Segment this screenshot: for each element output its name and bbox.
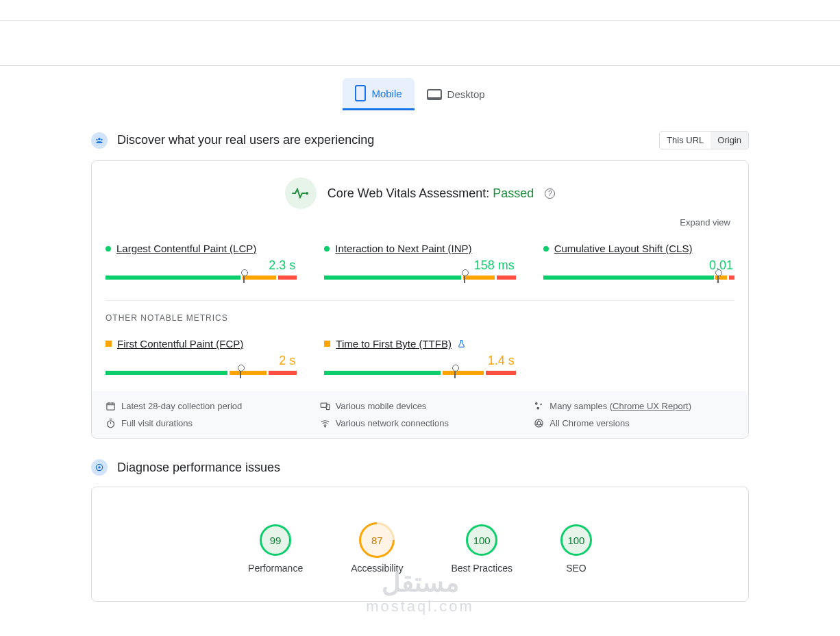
distribution-bar (106, 276, 297, 280)
core-metrics-grid: Largest Contentful Paint (LCP) 2.3 s Int… (106, 243, 734, 280)
gauge-ring: 99 (260, 524, 291, 556)
metric-value: 2.3 s (106, 258, 295, 273)
gauge-ring: 100 (466, 524, 497, 556)
svg-point-7 (535, 402, 538, 405)
gauge-label: Best Practices (451, 563, 512, 574)
gauge-label: Accessibility (351, 563, 403, 574)
percentile-marker (464, 272, 465, 283)
status-dot-green (106, 246, 111, 252)
other-metrics-grid: First Contentful Paint (FCP) 2 s Time to… (106, 338, 734, 375)
cwv-pass-icon (285, 178, 317, 209)
cwv-assessment-title: Core Web Vitals Assessment: Passed (328, 186, 534, 201)
diagnose-icon (91, 459, 108, 476)
status-dot-green (324, 246, 330, 252)
gauge-label: Performance (248, 563, 303, 574)
devices-icon (320, 401, 330, 411)
metric-value: 1.4 s (324, 354, 514, 368)
tab-mobile[interactable]: Mobile (343, 78, 414, 110)
svg-point-3 (306, 192, 308, 195)
metric-item: Interaction to Next Paint (INP) 158 ms (324, 243, 515, 280)
svg-rect-4 (107, 403, 114, 410)
help-icon[interactable]: ? (545, 188, 555, 199)
svg-point-13 (537, 421, 541, 425)
gauge-ring: 87 (361, 524, 393, 556)
score-gauges: 99 Performance 87 Accessibility 100 Best… (106, 504, 734, 601)
metric-value: 158 ms (324, 258, 514, 273)
metric-value: 0.01 (543, 258, 733, 273)
tab-desktop-label: Desktop (447, 88, 485, 100)
metric-name-link[interactable]: Largest Contentful Paint (LCP) (116, 243, 256, 254)
status-dot-green (543, 246, 549, 252)
toggle-origin[interactable]: Origin (711, 132, 748, 149)
metric-item: Cumulative Layout Shift (CLS) 0.01 (543, 243, 734, 280)
wifi-icon (320, 418, 330, 428)
tab-mobile-label: Mobile (371, 88, 402, 99)
svg-point-1 (96, 138, 97, 140)
device-tabs: Mobile Desktop (0, 78, 840, 110)
svg-rect-5 (321, 403, 327, 407)
metric-name-link[interactable]: First Contentful Paint (FCP) (117, 338, 243, 350)
url-input-underline[interactable] (91, 64, 749, 65)
users-icon (91, 132, 108, 149)
chrome-ux-report-link[interactable]: Chrome UX Report (613, 401, 689, 411)
info-samples: Many samples (Chrome UX Report) (549, 401, 691, 411)
top-blank-bar (0, 0, 840, 21)
samples-icon (534, 401, 544, 411)
gauge-label: SEO (566, 563, 586, 574)
info-network: Various network connections (336, 418, 449, 428)
lighthouse-card: 99 Performance 87 Accessibility 100 Best… (91, 487, 749, 602)
status-square-orange (324, 341, 330, 347)
distribution-bar (106, 371, 297, 375)
metric-item: Time to First Byte (TTFB) 1.4 s (324, 338, 515, 375)
status-square-orange (106, 341, 112, 347)
toggle-this-url[interactable]: This URL (660, 132, 711, 149)
gauge-accessibility[interactable]: 87 Accessibility (351, 524, 403, 574)
metric-name-link[interactable]: Interaction to Next Paint (INP) (335, 243, 471, 254)
distribution-bar (324, 371, 515, 375)
percentile-marker (240, 367, 241, 378)
tab-desktop[interactable]: Desktop (415, 78, 497, 110)
cwv-status: Passed (493, 186, 534, 200)
percentile-marker (454, 367, 456, 378)
metric-value: 2 s (106, 354, 295, 368)
diagnose-title: Diagnose performance issues (117, 461, 280, 475)
mobile-icon (355, 85, 366, 101)
url-origin-toggle: This URL Origin (659, 131, 749, 149)
info-durations: Full visit durations (121, 418, 193, 428)
gauge-seo[interactable]: 100 SEO (560, 524, 592, 574)
info-chrome: All Chrome versions (549, 418, 629, 428)
percentile-marker (243, 272, 245, 283)
gauge-performance[interactable]: 99 Performance (248, 524, 303, 574)
divider (106, 300, 734, 301)
field-data-card: Core Web Vitals Assessment: Passed ? Exp… (91, 160, 749, 439)
metric-name-link[interactable]: Cumulative Layout Shift (CLS) (554, 243, 693, 254)
svg-point-2 (101, 138, 102, 140)
metric-name-link[interactable]: Time to First Byte (TTFB) (336, 338, 452, 350)
info-devices: Various mobile devices (336, 401, 427, 411)
discover-title: Discover what your real users are experi… (117, 133, 374, 147)
distribution-bar (324, 276, 515, 280)
calendar-icon (106, 401, 116, 411)
svg-point-15 (98, 466, 101, 469)
desktop-icon (427, 89, 442, 100)
info-period: Latest 28-day collection period (121, 401, 242, 411)
collection-info-footer: Latest 28-day collection period Various … (92, 391, 748, 438)
svg-point-9 (537, 407, 540, 410)
gauge-best-practices[interactable]: 100 Best Practices (451, 524, 512, 574)
other-metrics-label: OTHER NOTABLE METRICS (106, 313, 734, 323)
svg-point-0 (98, 137, 101, 140)
distribution-bar (543, 276, 734, 280)
expand-view-link[interactable]: Expand view (106, 217, 730, 228)
metric-item: Largest Contentful Paint (LCP) 2.3 s (106, 243, 297, 280)
svg-point-8 (541, 404, 543, 406)
experimental-icon (457, 339, 466, 348)
search-row (0, 21, 840, 66)
stopwatch-icon (106, 418, 116, 428)
metric-item: First Contentful Paint (FCP) 2 s (106, 338, 297, 375)
svg-point-11 (325, 426, 325, 427)
chrome-icon (534, 418, 544, 428)
gauge-ring: 100 (560, 524, 592, 556)
percentile-marker (717, 272, 719, 283)
